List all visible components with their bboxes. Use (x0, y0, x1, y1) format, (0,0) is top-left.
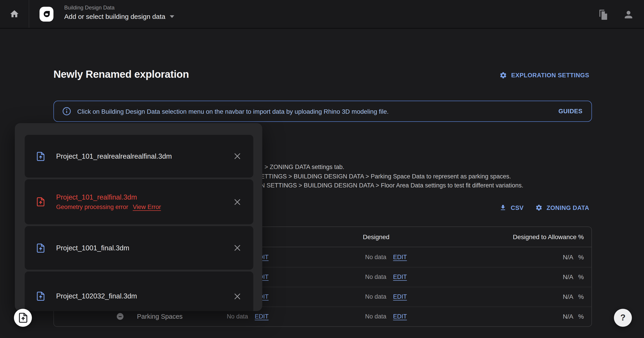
remove-file-button[interactable] (234, 198, 241, 205)
gear-icon (535, 204, 542, 211)
close-icon (234, 153, 241, 160)
app-logo[interactable] (40, 7, 54, 22)
file-item[interactable]: Project_101_realrealrealrealfinal.3dm (25, 135, 253, 178)
person-icon (623, 9, 634, 20)
selector-label: Add or select building design data (64, 13, 165, 20)
file-upload-error-icon (37, 197, 44, 206)
designed-value: No data (365, 273, 386, 280)
file-error-message: Geometry processing error (56, 204, 128, 210)
view-error-link[interactable]: View Error (133, 204, 161, 210)
allowance-unit: % (578, 313, 584, 320)
designed-value: No data (365, 313, 386, 320)
chevron-down-icon (170, 15, 174, 18)
hint-line-1: > ZONING DATA settings tab. (264, 163, 523, 172)
building-design-data-selector[interactable]: Add or select building design data (64, 13, 174, 20)
info-icon (62, 107, 71, 116)
close-icon (234, 244, 241, 251)
csv-label: CSV (511, 204, 524, 211)
remove-file-button[interactable] (234, 153, 241, 160)
banner-message: Click on Building Design Data selection … (77, 108, 389, 115)
designed-value: No data (365, 254, 386, 260)
designed-edit-link[interactable]: EDIT (393, 313, 407, 320)
home-button[interactable] (0, 0, 29, 28)
current-value: No data (227, 313, 248, 320)
file-upload-icon (19, 313, 27, 323)
allowance-unit: % (578, 293, 584, 300)
allowance-unit: % (578, 253, 584, 261)
file-item[interactable]: Project_102032_final.3dm (25, 271, 253, 311)
allowance-value: N/A (563, 293, 573, 300)
upload-file-fab[interactable] (14, 309, 32, 327)
file-name: Project_1001_final.3dm (56, 244, 129, 252)
file-item-error[interactable]: Project_101_realfinal.3dm Geometry proce… (25, 179, 253, 224)
file-upload-icon (37, 152, 44, 161)
designed-edit-link[interactable]: EDIT (393, 254, 407, 260)
header-designed: Designed (363, 233, 389, 240)
close-icon (234, 293, 241, 299)
settings-hint-text: > ZONING DATA settings tab. ETTINGS > BU… (260, 163, 523, 190)
file-name: Project_102032_final.3dm (56, 292, 137, 300)
download-icon (500, 204, 507, 211)
close-icon (234, 198, 241, 205)
exploration-settings-button[interactable]: EXPLORATION SETTINGS (500, 72, 589, 79)
file-item[interactable]: Project_1001_final.3dm (25, 226, 253, 270)
app-logo-icon (42, 9, 52, 19)
allowance-unit: % (578, 273, 584, 280)
file-upload-icon (37, 292, 44, 301)
home-icon (10, 9, 19, 19)
navbar-context-label: Building Design Data (64, 5, 174, 11)
hint-line-2: ETTINGS > BUILDING DESIGN DATA > Parking… (260, 172, 523, 181)
remove-file-button[interactable] (234, 244, 241, 251)
duplicate-button[interactable] (596, 8, 609, 21)
csv-download-button[interactable]: CSV (500, 204, 524, 211)
info-banner: Click on Building Design Data selection … (54, 101, 592, 122)
file-upload-icon (37, 243, 44, 252)
uploaded-files-panel: Project_101_realrealrealrealfinal.3dm Pr… (15, 123, 262, 311)
remove-file-button[interactable] (234, 293, 241, 299)
designed-value: No data (365, 293, 386, 300)
file-name: Project_101_realfinal.3dm (56, 193, 161, 201)
file-name: Project_101_realrealrealrealfinal.3dm (56, 152, 172, 160)
navbar-labels: Building Design Data Add or select build… (64, 5, 174, 20)
help-fab[interactable]: ? (614, 309, 632, 327)
header-designed-to-allowance: Designed to Allowance % (513, 233, 584, 240)
help-label: ? (620, 313, 625, 323)
zoning-data-button[interactable]: ZONING DATA (535, 204, 589, 211)
allowance-value: N/A (563, 273, 573, 280)
designed-edit-link[interactable]: EDIT (393, 293, 407, 300)
allowance-value: N/A (563, 253, 573, 261)
app-root: Building Design Data Add or select build… (0, 0, 644, 338)
navbar: Building Design Data Add or select build… (0, 0, 644, 29)
zoning-data-label: ZONING DATA (546, 204, 589, 211)
designed-edit-link[interactable]: EDIT (393, 273, 407, 280)
file-copy-icon (597, 9, 608, 20)
account-button[interactable] (622, 8, 634, 21)
page-title: Newly Renamed exploration (54, 68, 189, 81)
allowance-value: N/A (563, 313, 573, 320)
hint-line-3: N SETTINGS > BUILDING DESIGN DATA > Floo… (260, 181, 523, 190)
exploration-settings-label: EXPLORATION SETTINGS (511, 72, 589, 79)
gear-icon (500, 72, 507, 79)
current-edit-link[interactable]: EDIT (255, 313, 268, 320)
guides-button[interactable]: GUIDES (558, 108, 582, 115)
table-toolbar: CSV ZONING DATA (500, 204, 589, 211)
navbar-divider (29, 0, 29, 28)
